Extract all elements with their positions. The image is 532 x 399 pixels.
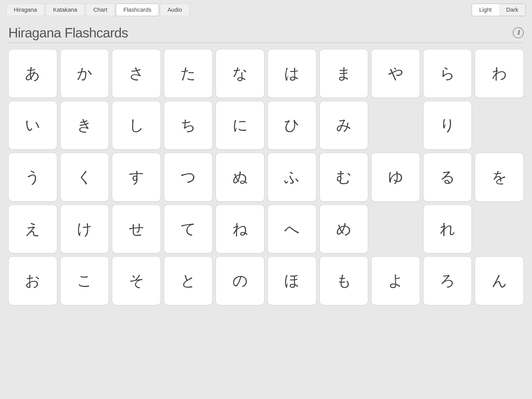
flashcard-む[interactable]: む: [320, 153, 368, 202]
flashcard-ち[interactable]: ち: [164, 101, 213, 150]
flashcard-け[interactable]: け: [60, 205, 109, 254]
flashcard-く[interactable]: く: [60, 153, 109, 202]
flashcard-ら[interactable]: ら: [423, 49, 472, 98]
flashcard-み[interactable]: み: [320, 101, 368, 150]
theme-btn-dark[interactable]: Dark: [499, 4, 526, 16]
nav-tab-katakana[interactable]: Katakana: [45, 4, 85, 16]
flashcard-と[interactable]: と: [164, 256, 213, 305]
theme-toggle: LightDark: [472, 4, 526, 16]
flashcard-ろ[interactable]: ろ: [423, 256, 472, 305]
flashcard-わ[interactable]: わ: [475, 49, 524, 98]
page-header: Hiragana Flashcards ℹ: [8, 25, 524, 41]
flashcard-き[interactable]: き: [60, 101, 109, 150]
flashcard-た[interactable]: た: [164, 49, 213, 98]
flashcard-empty-3-9: [475, 205, 524, 254]
flashcard-empty-3-7: [371, 205, 420, 254]
flashcard-も[interactable]: も: [320, 256, 368, 305]
flashcard-こ[interactable]: こ: [60, 256, 109, 305]
flashcard-ふ[interactable]: ふ: [268, 153, 316, 202]
flashcard-あ[interactable]: あ: [8, 49, 57, 98]
flashcard-よ[interactable]: よ: [371, 256, 420, 305]
flashcard-て[interactable]: て: [164, 205, 213, 254]
flashcard-せ[interactable]: せ: [112, 205, 161, 254]
flashcard-さ[interactable]: さ: [112, 49, 161, 98]
flashcard-ん[interactable]: ん: [475, 256, 524, 305]
flashcard-を[interactable]: を: [475, 153, 524, 202]
flashcard-empty-1-7: [371, 101, 420, 150]
flashcard-ね[interactable]: ね: [216, 205, 264, 254]
flashcard-る[interactable]: る: [423, 153, 472, 202]
flashcard-す[interactable]: す: [112, 153, 161, 202]
nav-tab-audio[interactable]: Audio: [160, 4, 190, 16]
flashcard-ま[interactable]: ま: [320, 49, 368, 98]
flashcard-め[interactable]: め: [320, 205, 368, 254]
flashcard-empty-1-9: [475, 101, 524, 150]
flashcard-そ[interactable]: そ: [112, 256, 161, 305]
flashcard-し[interactable]: し: [112, 101, 161, 150]
flashcard-う[interactable]: う: [8, 153, 57, 202]
flashcard-ゆ[interactable]: ゆ: [371, 153, 420, 202]
flashcard-り[interactable]: り: [423, 101, 472, 150]
page-title: Hiragana Flashcards: [8, 25, 128, 41]
flashcard-や[interactable]: や: [371, 49, 420, 98]
flashcard-か[interactable]: か: [60, 49, 109, 98]
flashcard-つ[interactable]: つ: [164, 153, 213, 202]
flashcard-grid: あかさたなはまやらわいきしちにひみりうくすつぬふむゆるをえけせてねへめれおこそと…: [8, 49, 524, 305]
info-icon[interactable]: ℹ: [513, 27, 524, 38]
theme-btn-light[interactable]: Light: [472, 4, 499, 16]
flashcard-い[interactable]: い: [8, 101, 57, 150]
flashcard-へ[interactable]: へ: [268, 205, 316, 254]
flashcard-え[interactable]: え: [8, 205, 57, 254]
flashcard-に[interactable]: に: [216, 101, 264, 150]
nav-tab-chart[interactable]: Chart: [86, 4, 115, 16]
flashcard-ひ[interactable]: ひ: [268, 101, 316, 150]
divider: [8, 43, 524, 43]
flashcard-ほ[interactable]: ほ: [268, 256, 316, 305]
nav-tab-flashcards[interactable]: Flashcards: [116, 4, 159, 16]
nav-tabs: HiraganaKatakanaChartFlashcardsAudio: [6, 4, 190, 16]
flashcard-ぬ[interactable]: ぬ: [216, 153, 264, 202]
nav-tab-hiragana[interactable]: Hiragana: [6, 4, 44, 16]
flashcard-は[interactable]: は: [268, 49, 316, 98]
flashcard-な[interactable]: な: [216, 49, 264, 98]
flashcard-お[interactable]: お: [8, 256, 57, 305]
flashcard-の[interactable]: の: [216, 256, 264, 305]
main-content: Hiragana Flashcards ℹ あかさたなはまやらわいきしちにひみり…: [0, 20, 532, 314]
flashcard-れ[interactable]: れ: [423, 205, 472, 254]
top-navigation: HiraganaKatakanaChartFlashcardsAudio Lig…: [0, 0, 532, 20]
